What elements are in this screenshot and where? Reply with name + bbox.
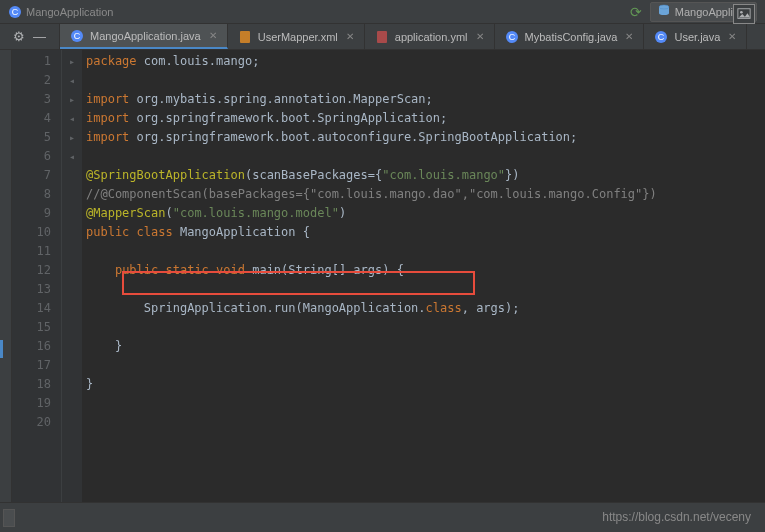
line-number: 9 (12, 204, 61, 223)
main-area: 1234567891011121314151617181920 ▸◂▸◂▸◂ p… (0, 50, 765, 502)
code-line: } (86, 337, 761, 356)
tab-label: MangoApplication.java (90, 30, 201, 42)
gutter-mark: ◂ (62, 147, 82, 166)
gutter-marks: ▸◂▸◂▸◂ (62, 50, 82, 502)
line-number: 2 (12, 71, 61, 90)
project-tool-controls: ⚙ — (0, 24, 60, 49)
line-number: 11 (12, 242, 61, 261)
file-icon (238, 30, 252, 44)
line-number: 3 (12, 90, 61, 109)
editor[interactable]: 1234567891011121314151617181920 ▸◂▸◂▸◂ p… (12, 50, 765, 502)
line-number: 20 (12, 413, 61, 432)
gear-icon[interactable]: ⚙ (13, 29, 25, 44)
file-icon (375, 30, 389, 44)
tab-label: MybatisConfig.java (525, 31, 618, 43)
svg-rect-9 (377, 31, 387, 43)
code-line: @MapperScan("com.louis.mango.model") (86, 204, 761, 223)
tab-application-yml[interactable]: application.yml✕ (365, 24, 495, 49)
code-line: } (86, 375, 761, 394)
tool-row: ⚙ — CMangoApplication.java✕UserMapper.xm… (0, 24, 765, 50)
left-tool-stripe[interactable] (0, 50, 12, 502)
code-line (86, 147, 761, 166)
code-line: public static void main(String[] args) { (86, 261, 761, 280)
minimize-icon[interactable]: — (33, 29, 46, 44)
tab-mangoapplication-java[interactable]: CMangoApplication.java✕ (60, 24, 228, 49)
tab-usermapper-xml[interactable]: UserMapper.xml✕ (228, 24, 365, 49)
code-area[interactable]: package com.louis.mango;import org.mybat… (82, 50, 765, 502)
code-line (86, 280, 761, 299)
code-line: import org.springframework.boot.autoconf… (86, 128, 761, 147)
svg-point-5 (740, 11, 743, 14)
gutter-mark: ◂ (62, 71, 82, 90)
database-icon (657, 4, 671, 20)
line-number: 14 (12, 299, 61, 318)
file-icon: C (70, 29, 84, 43)
code-line (86, 242, 761, 261)
gutter-mark: ▸ (62, 52, 82, 71)
code-line (86, 356, 761, 375)
file-icon: C (505, 30, 519, 44)
gutter-mark: ▸ (62, 128, 82, 147)
line-number: 1 (12, 52, 61, 71)
svg-text:C: C (74, 31, 81, 41)
code-line (86, 413, 761, 432)
line-number: 17 (12, 356, 61, 375)
editor-tabs: CMangoApplication.java✕UserMapper.xml✕ap… (60, 24, 765, 49)
code-line: import org.mybatis.spring.annotation.Map… (86, 90, 761, 109)
line-number: 19 (12, 394, 61, 413)
breadcrumb-text: MangoApplication (26, 6, 113, 18)
tab-user-java[interactable]: CUser.java✕ (644, 24, 747, 49)
line-number: 12 (12, 261, 61, 280)
close-icon[interactable]: ✕ (625, 31, 633, 42)
bottom-tool-tab[interactable] (3, 509, 15, 527)
line-number: 10 (12, 223, 61, 242)
line-number: 16 (12, 337, 61, 356)
close-icon[interactable]: ✕ (209, 30, 217, 41)
file-icon: C (654, 30, 668, 44)
line-number: 6 (12, 147, 61, 166)
gutter-mark: ◂ (62, 109, 82, 128)
floating-image-button[interactable] (733, 4, 755, 24)
code-line: public class MangoApplication { (86, 223, 761, 242)
line-number: 5 (12, 128, 61, 147)
gutter-mark: ▸ (62, 90, 82, 109)
code-line: package com.louis.mango; (86, 52, 761, 71)
svg-text:C: C (658, 32, 665, 42)
svg-text:C: C (12, 7, 19, 17)
watermark: https://blog.csdn.net/veceny (602, 510, 751, 524)
code-line (86, 71, 761, 90)
class-icon: C (8, 5, 22, 19)
line-number: 7 (12, 166, 61, 185)
breadcrumb[interactable]: C MangoApplication (8, 5, 113, 19)
left-tool-indicator (0, 340, 3, 358)
line-number: 8 (12, 185, 61, 204)
close-icon[interactable]: ✕ (476, 31, 484, 42)
code-line: //@ComponentScan(basePackages={"com.loui… (86, 185, 761, 204)
code-line (86, 318, 761, 337)
refresh-icon[interactable]: ⟳ (630, 4, 642, 20)
line-number: 15 (12, 318, 61, 337)
top-bar: C MangoApplication ⟳ MangoApplicati (0, 0, 765, 24)
tab-label: application.yml (395, 31, 468, 43)
svg-rect-8 (240, 31, 250, 43)
line-numbers: 1234567891011121314151617181920 (12, 50, 62, 502)
line-number: 18 (12, 375, 61, 394)
code-line: SpringApplication.run(MangoApplication.c… (86, 299, 761, 318)
tab-mybatisconfig-java[interactable]: CMybatisConfig.java✕ (495, 24, 645, 49)
close-icon[interactable]: ✕ (728, 31, 736, 42)
line-number: 4 (12, 109, 61, 128)
tab-label: UserMapper.xml (258, 31, 338, 43)
tab-label: User.java (674, 31, 720, 43)
line-number: 13 (12, 280, 61, 299)
code-line: @SpringBootApplication(scanBasePackages=… (86, 166, 761, 185)
svg-text:C: C (508, 32, 515, 42)
close-icon[interactable]: ✕ (346, 31, 354, 42)
code-line: import org.springframework.boot.SpringAp… (86, 109, 761, 128)
code-line (86, 394, 761, 413)
